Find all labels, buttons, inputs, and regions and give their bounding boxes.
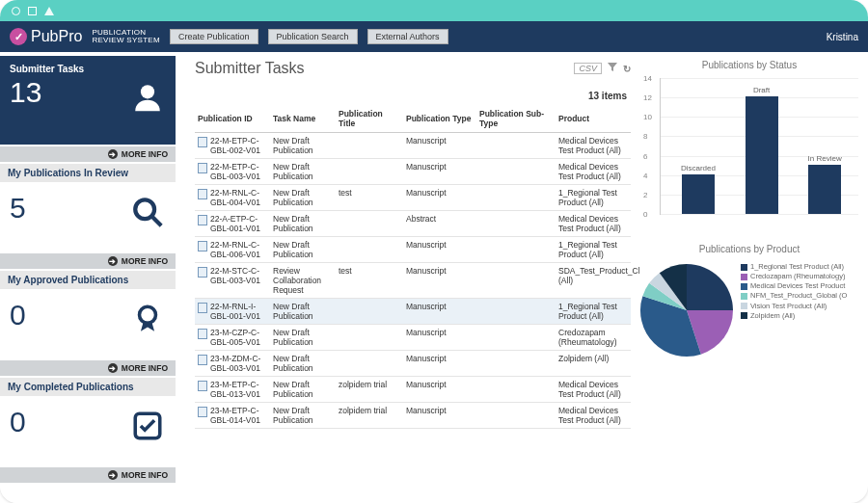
page-title: Submitter Tasks [195,60,305,77]
document-icon [198,381,207,391]
bar-label: Draft [753,86,770,94]
document-icon [198,189,207,199]
publication-id: 22-M-ETP-C-GBL-003-V01 [210,162,267,181]
publication-title: test [336,263,403,299]
card-title: Submitter Tasks [10,64,166,74]
table-row[interactable]: 22-M-RNL-C-GBL-004-V01 New Draft Publica… [195,185,631,211]
table-row[interactable]: 22-M-ETP-C-GBL-003-V01 New Draft Publica… [195,159,631,185]
publication-type: Manuscript [403,351,476,377]
table-row[interactable]: 22-M-RNL-C-GBL-006-V01 New Draft Publica… [195,237,631,263]
task-name: New Draft Publication [270,185,336,211]
current-user[interactable]: Kristina [827,32,858,42]
pie-legend: 1_Regional Test Product (All)Credozapam … [741,262,847,321]
task-name: New Draft Publication [270,325,336,351]
publication-title [336,133,403,159]
refresh-icon[interactable]: ↻ [623,64,631,74]
task-name: New Draft Publication [270,211,336,237]
legend-item: Vision Test Product (All) [741,302,847,311]
document-icon [198,241,207,252]
publication-sub-type [476,211,556,237]
table-row[interactable]: 23-M-CZP-C-GBL-005-V01 New Draft Publica… [195,325,631,351]
filter-icon[interactable] [608,63,617,74]
task-name: New Draft Publication [270,299,336,325]
publication-type: Manuscript [403,263,476,299]
product: Medical Devices Test Product (All) [556,403,631,429]
publication-id: 22-M-RNL-C-GBL-004-V01 [210,188,267,207]
more-info-button[interactable]: ➔ MORE INFO [0,146,176,162]
column-header[interactable]: Publication Type [403,105,476,133]
publication-title [336,237,403,263]
legend-swatch-icon [741,274,747,280]
table-row[interactable]: 23-M-ETP-C-GBL-014-V01 New Draft Publica… [195,403,631,429]
publication-id: 22-M-RNL-C-GBL-006-V01 [210,240,267,259]
document-icon [198,137,207,147]
publication-title [336,159,403,185]
column-header[interactable]: Task Name [270,105,336,133]
legend-item: Zolpidem (All) [741,311,847,321]
external-authors-button[interactable]: External Authors [367,29,448,44]
more-info-button[interactable]: ➔ MORE INFO [0,360,176,376]
bar-chart: 02468101214 Discarded Draft In Review [638,74,860,228]
table-row[interactable]: 23-M-ZDM-C-GBL-003-V01 New Draft Publica… [195,351,631,377]
legend-swatch-icon [741,303,747,309]
column-header[interactable]: Publication Sub-Type [476,105,556,133]
publication-sub-type [476,159,556,185]
publication-title: test [336,185,403,211]
publication-id: 23-M-CZP-C-GBL-005-V01 [210,328,267,347]
publication-sub-type [476,299,556,325]
product: Zolpidem (All) [556,351,631,377]
plus-icon: ➔ [108,149,118,159]
table-row[interactable]: 22-M-RNL-I-GBL-001-V01 New Draft Publica… [195,299,631,325]
column-header[interactable]: Publication Title [336,105,403,133]
publication-type: Manuscript [403,133,476,159]
publication-search-button[interactable]: Publication Search [268,29,358,44]
card-icon [131,303,164,339]
card-icon [131,81,164,118]
legend-swatch-icon [741,264,747,271]
items-count: 13 items [195,91,627,101]
task-name: New Draft Publication [270,237,336,263]
product: 1_Regional Test Product (All) [556,299,631,325]
publication-type: Abstract [403,211,476,237]
table-row[interactable]: 22-M-STC-C-GBL-003-V01 Review Collaborat… [195,263,631,299]
publication-type: Manuscript [403,299,476,325]
export-csv-button[interactable]: CSV [574,63,602,74]
sidebar-card: Submitter Tasks 13 [0,56,176,145]
publication-sub-type [476,133,556,159]
plus-icon: ➔ [108,363,118,373]
document-icon [198,215,207,225]
publication-id: 22-M-RNL-I-GBL-001-V01 [210,302,267,321]
task-name: New Draft Publication [270,159,336,185]
table-row[interactable]: 22-M-ETP-C-GBL-002-V01 New Draft Publica… [195,133,631,159]
sidebar: Submitter Tasks 13 ➔ MORE INFO My Public… [0,52,179,503]
table-row[interactable]: 23-M-ETP-C-GBL-013-V01 New Draft Publica… [195,377,631,403]
card-title: My Approved Publications [0,271,176,289]
more-info-button[interactable]: ➔ MORE INFO [0,253,176,269]
create-publication-button[interactable]: Create Publication [170,29,258,44]
product: 1_Regional Test Product (All) [556,237,631,263]
publication-sub-type [476,185,556,211]
bar-label: Discarded [681,164,716,172]
chart-bar [808,165,841,214]
column-header[interactable]: Product [556,105,631,133]
card-icon [131,196,164,232]
legend-item: Credozapam (Rheumatology) [741,272,847,281]
publication-type: Manuscript [403,377,476,403]
plus-icon: ➔ [108,256,118,266]
publication-id: 23-M-ETP-C-GBL-013-V01 [210,380,267,399]
legend-swatch-icon [741,293,747,300]
publication-type: Manuscript [403,185,476,211]
document-icon [198,355,207,365]
column-header[interactable]: Publication ID [195,105,270,133]
task-name: Review Collaboration Request [270,263,336,299]
publication-id: 23-M-ETP-C-GBL-014-V01 [210,406,267,425]
publication-type: Manuscript [403,237,476,263]
task-name: New Draft Publication [270,377,336,403]
publication-sub-type [476,237,556,263]
task-name: New Draft Publication [270,403,336,429]
task-name: New Draft Publication [270,133,336,159]
more-info-button[interactable]: ➔ MORE INFO [0,467,176,483]
plus-icon: ➔ [108,470,118,480]
table-row[interactable]: 22-A-ETP-C-GBL-001-V01 New Draft Publica… [195,211,631,237]
publication-id: 22-A-ETP-C-GBL-001-V01 [210,214,267,233]
